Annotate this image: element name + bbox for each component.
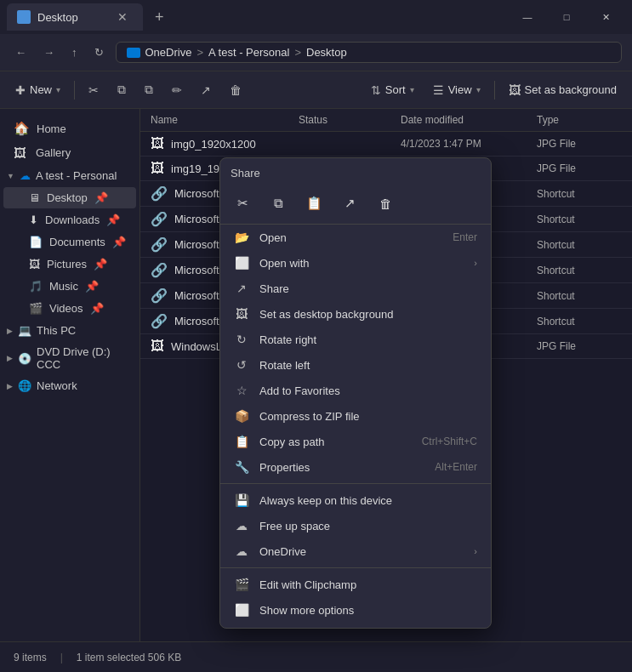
ctx-item-set-background[interactable]: 🖼 Set as desktop background xyxy=(220,301,491,327)
ctx-divider-items: 💾 Always keep on this device ☁ Free up s… xyxy=(220,487,491,564)
ctx-item-icon: 🖼 xyxy=(234,307,249,321)
ctx-item-rotate-left[interactable]: ↺ Rotate left xyxy=(220,352,491,378)
ctx-item-hint: Alt+Enter xyxy=(435,461,477,473)
ctx-item-onedrive[interactable]: ☁ OneDrive › xyxy=(220,538,491,564)
ctx-item-copy-path[interactable]: 📋 Copy as path Ctrl+Shift+C xyxy=(220,429,491,454)
ctx-item-free-space[interactable]: ☁ Free up space xyxy=(220,513,491,538)
ctx-item-label: OneDrive xyxy=(259,545,306,558)
ctx-item-open-with[interactable]: ⬜ Open with › xyxy=(220,250,491,276)
ctx-item-more-options[interactable]: ⬜ Show more options xyxy=(220,597,491,623)
ctx-item-icon: ☁ xyxy=(234,544,249,558)
ctx-item-properties[interactable]: 🔧 Properties Alt+Enter xyxy=(220,454,491,480)
ctx-item-add-favorites[interactable]: ☆ Add to Favorites xyxy=(220,378,491,403)
ctx-item-edit-clipchamp[interactable]: 🎬 Edit with Clipchamp xyxy=(220,572,491,597)
ctx-item-hint: Ctrl+Shift+C xyxy=(422,436,477,447)
ctx-item-label: Open xyxy=(259,231,287,244)
ctx-paste-button[interactable]: 📋 xyxy=(299,190,329,217)
ctx-item-icon: ⬜ xyxy=(234,603,249,617)
ctx-item-icon: 📋 xyxy=(234,435,249,448)
ctx-cut-button[interactable]: ✂ xyxy=(227,190,258,217)
ctx-item-icon: ⬜ xyxy=(234,256,249,270)
ctx-bottom-items: 🎬 Edit with Clipchamp ⬜ Show more option… xyxy=(220,572,491,623)
context-menu-header: Share xyxy=(220,163,491,186)
ctx-item-label: Add to Favorites xyxy=(259,384,340,397)
ctx-item-icon: ☁ xyxy=(234,519,249,532)
ctx-item-icon: 📂 xyxy=(234,231,249,244)
ctx-item-label: Copy as path xyxy=(259,436,325,448)
ctx-copy-button[interactable]: ⧉ xyxy=(263,190,293,217)
ctx-item-label: Edit with Clipchamp xyxy=(259,578,356,591)
ctx-item-label: Share xyxy=(259,282,289,295)
ctx-item-label: Set as desktop background xyxy=(259,308,394,321)
ctx-submenu-arrow: › xyxy=(474,546,477,556)
ctx-item-icon: ☆ xyxy=(234,384,249,397)
ctx-delete-icon: 🗑 xyxy=(379,196,392,211)
ctx-divider-1 xyxy=(220,483,491,484)
context-menu-icon-row: ✂ ⧉ 📋 ↗ 🗑 xyxy=(220,186,491,225)
ctx-item-label: Free up space xyxy=(259,520,330,532)
ctx-item-label: Show more options xyxy=(259,604,354,617)
ctx-item-label: Rotate left xyxy=(259,359,310,372)
ctx-item-icon: ↗ xyxy=(234,282,249,295)
ctx-share-button[interactable]: ↗ xyxy=(334,190,365,217)
ctx-item-icon: 🎬 xyxy=(234,578,249,591)
ctx-item-label: Compress to ZIP file xyxy=(259,410,360,423)
context-menu: Share ✂ ⧉ 📋 ↗ 🗑 📂 Open Enter ⬜ xyxy=(219,157,492,629)
ctx-item-label: Open with xyxy=(259,257,310,270)
ctx-cut-icon: ✂ xyxy=(237,196,248,211)
ctx-item-label: Always keep on this device xyxy=(259,494,392,507)
ctx-item-open[interactable]: 📂 Open Enter xyxy=(220,225,491,250)
ctx-main-items: 📂 Open Enter ⬜ Open with › ↗ Share 🖼 Set… xyxy=(220,225,491,480)
ctx-item-icon: 💾 xyxy=(234,493,249,507)
ctx-share-icon: ↗ xyxy=(344,196,356,211)
ctx-item-icon: ↻ xyxy=(234,333,249,346)
ctx-submenu-arrow: › xyxy=(474,258,477,268)
ctx-item-label: Rotate right xyxy=(259,333,316,346)
context-menu-title: Share xyxy=(231,167,260,179)
ctx-divider-2 xyxy=(220,567,491,568)
ctx-item-icon: 🔧 xyxy=(234,460,249,474)
ctx-delete-button[interactable]: 🗑 xyxy=(370,190,401,217)
ctx-item-icon: ↺ xyxy=(234,358,249,372)
ctx-item-compress-zip[interactable]: 📦 Compress to ZIP file xyxy=(220,403,491,429)
ctx-copy-icon: ⧉ xyxy=(274,196,283,211)
ctx-item-label: Properties xyxy=(259,461,310,474)
ctx-item-rotate-right[interactable]: ↻ Rotate right xyxy=(220,327,491,352)
ctx-item-share[interactable]: ↗ Share xyxy=(220,276,491,301)
context-menu-overlay: Share ✂ ⧉ 📋 ↗ 🗑 📂 Open Enter ⬜ xyxy=(0,0,632,672)
ctx-item-icon: 📦 xyxy=(234,409,249,423)
ctx-item-keep-device[interactable]: 💾 Always keep on this device xyxy=(220,487,491,513)
ctx-paste-icon: 📋 xyxy=(306,196,322,211)
ctx-item-hint: Enter xyxy=(453,231,477,243)
